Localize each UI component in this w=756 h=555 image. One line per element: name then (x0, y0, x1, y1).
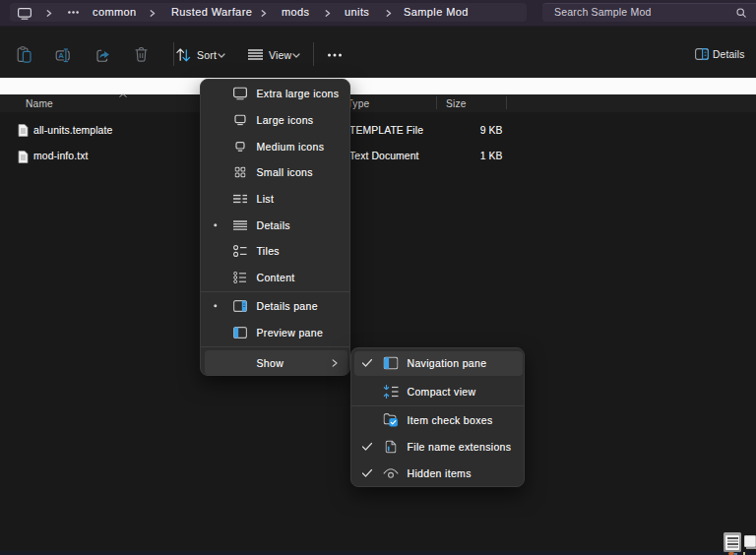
svg-text:A: A (58, 51, 64, 60)
